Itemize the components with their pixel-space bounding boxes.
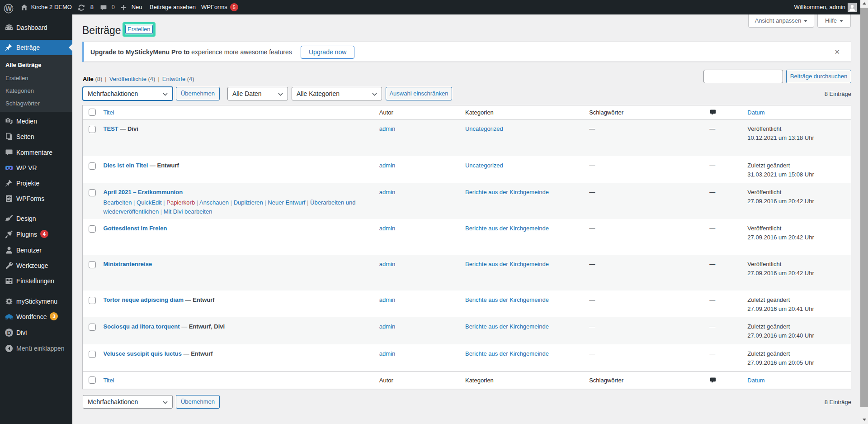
svg-text:W: W [5,5,12,12]
svg-text:D: D [7,330,11,336]
